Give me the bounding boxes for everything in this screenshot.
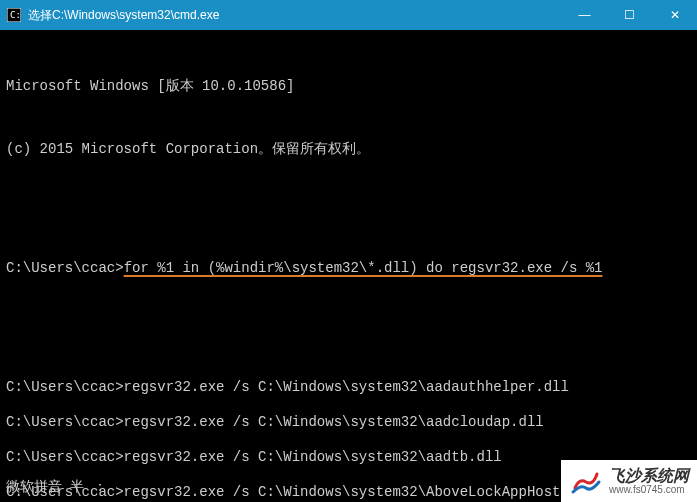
output-line: C:\Users\ccac>regsvr32.exe /s C:\Windows… (6, 377, 691, 398)
cmd-icon: C: (6, 7, 22, 23)
svg-text:C:: C: (10, 10, 21, 20)
maximize-button[interactable]: ☐ (607, 0, 652, 30)
titlebar[interactable]: C: 选择C:\Windows\system32\cmd.exe — ☐ ✕ (0, 0, 697, 30)
window-controls: — ☐ ✕ (562, 0, 697, 30)
command-line: C:\Users\ccac>for %1 in (%windir%\system… (6, 258, 691, 279)
watermark: 飞沙系统网 www.fs0745.com (561, 460, 697, 502)
watermark-url: www.fs0745.com (609, 484, 689, 495)
window-title: 选择C:\Windows\system32\cmd.exe (28, 7, 562, 24)
prompt: C:\Users\ccac> (6, 260, 124, 276)
terminal-output[interactable]: Microsoft Windows [版本 10.0.10586] (c) 20… (0, 30, 697, 502)
minimize-button[interactable]: — (562, 0, 607, 30)
header-line: Microsoft Windows [版本 10.0.10586] (6, 76, 691, 97)
typed-command: for %1 in (%windir%\system32\*.dll) do r… (124, 260, 603, 276)
watermark-title: 飞沙系统网 (609, 467, 689, 485)
output-line: C:\Users\ccac>regsvr32.exe /s C:\Windows… (6, 412, 691, 433)
ime-status: 微软拼音 半 ： (6, 477, 107, 498)
close-button[interactable]: ✕ (652, 0, 697, 30)
copyright-line: (c) 2015 Microsoft Corporation。保留所有权利。 (6, 139, 691, 160)
watermark-logo-icon (569, 464, 603, 498)
